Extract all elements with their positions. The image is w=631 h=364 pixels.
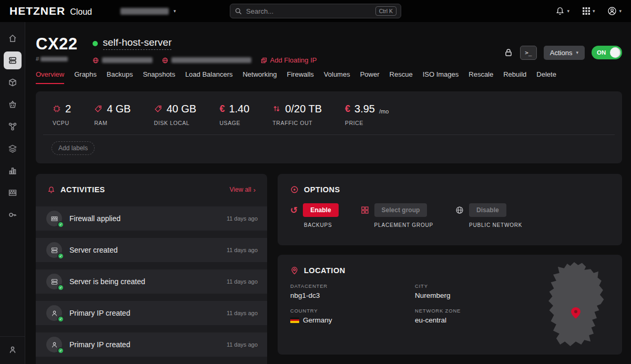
search-bar[interactable]: Ctrl K	[230, 4, 401, 18]
success-check-icon: ✓	[57, 316, 64, 323]
firewall-icon	[8, 188, 17, 197]
view-all-label: View all	[230, 186, 251, 193]
ip-row: Add Floating IP	[93, 56, 317, 64]
sidebar-item-marketplace[interactable]	[4, 96, 22, 113]
chevron-down-icon: ▾	[619, 9, 622, 14]
sidebar-item-home[interactable]	[4, 29, 22, 47]
disable-public-network-button[interactable]: Disable	[469, 203, 506, 217]
options-title: OPTIONS	[304, 185, 340, 194]
sidebar-bottom	[0, 336, 25, 364]
tab-firewalls[interactable]: Firewalls	[287, 70, 314, 84]
stat-vcpu: 2 VCPU	[53, 102, 71, 126]
stats-row: 2 VCPU 4 GB RAM 40 GB DISK LOCAL	[36, 91, 622, 134]
tab-iso-images[interactable]: ISO Images	[423, 70, 459, 84]
tab-snapshots[interactable]: Snapshots	[143, 70, 175, 84]
stat-value: 1.40	[229, 103, 249, 115]
chevron-down-icon: ▾	[576, 50, 578, 55]
activity-list: ✓ Firewall applied 11 days ago ✓ Server …	[36, 206, 267, 357]
activity-row[interactable]: ✓ Firewall applied 11 days ago	[36, 206, 267, 231]
sidebar-item-firewalls[interactable]	[4, 184, 22, 202]
stat-label: TRAFFIC OUT	[272, 120, 322, 126]
lock-button[interactable]	[504, 48, 513, 57]
labels-row: Add labels	[36, 135, 622, 163]
tab-rebuild[interactable]: Rebuild	[503, 70, 526, 84]
germany-map	[535, 259, 614, 349]
stat-ram: 4 GB RAM	[94, 102, 131, 126]
console-button[interactable]: >_	[520, 46, 537, 60]
server-type: CX22	[36, 35, 78, 54]
stat-usage: € 1.40 USAGE	[219, 102, 249, 126]
activity-time: 11 days ago	[227, 215, 258, 222]
actions-button-label: Actions	[550, 49, 573, 57]
sidebar-item-floating-ips[interactable]	[4, 162, 22, 180]
brand-suffix-text: Cloud	[70, 7, 92, 17]
field-label: DATACENTER	[290, 283, 415, 289]
topbar-right: ▾ ▾ ▾	[555, 6, 622, 16]
server-tabs: Overview Graphs Backups Snapshots Load B…	[25, 70, 631, 84]
sidebar-item-support[interactable]	[4, 341, 22, 359]
search-input[interactable]	[246, 7, 372, 15]
activity-text: Firewall applied	[69, 214, 227, 223]
stat-value: 3.95	[354, 103, 375, 115]
firewall-icon: ✓	[46, 211, 62, 226]
tab-graphs[interactable]: Graphs	[74, 70, 97, 84]
field-datacenter: DATACENTER nbg1-dc3	[290, 283, 415, 299]
sidebar	[0, 22, 25, 364]
activity-row[interactable]: ✓ Server created 11 days ago	[36, 238, 267, 262]
cpu-icon	[53, 105, 61, 113]
tab-power[interactable]: Power	[360, 70, 380, 84]
sidebar-item-load-balancers[interactable]	[4, 140, 22, 158]
germany-silhouette	[535, 259, 614, 349]
power-toggle[interactable]: ON	[592, 46, 622, 59]
notifications-menu[interactable]: ▾	[555, 6, 569, 16]
activity-row[interactable]: ✓ Primary IP created 11 days ago	[36, 301, 267, 325]
sidebar-item-volumes[interactable]	[4, 74, 22, 91]
sidebar-item-servers[interactable]	[4, 51, 22, 69]
hetzner-logo[interactable]: HETZNER Cloud	[9, 5, 92, 17]
brand-text: HETZNER	[9, 5, 65, 17]
account-menu[interactable]: ▾	[607, 6, 622, 16]
location-title: LOCATION	[304, 266, 345, 275]
stat-label: USAGE	[219, 120, 249, 126]
tab-rescale[interactable]: Rescale	[469, 70, 493, 84]
add-floating-ip-link[interactable]: Add Floating IP	[261, 56, 317, 64]
stat-value: 40 GB	[167, 103, 197, 115]
stat-value: 2	[65, 103, 71, 115]
field-value: Nuremberg	[415, 292, 515, 299]
tab-delete[interactable]: Delete	[536, 70, 556, 84]
tab-volumes[interactable]: Volumes	[324, 70, 350, 84]
stat-value: 0/20 TB	[285, 103, 322, 115]
project-selector[interactable]: ▾	[120, 8, 176, 15]
activity-time: 11 days ago	[227, 247, 258, 253]
view-all-link[interactable]: View all ›	[230, 186, 256, 193]
apps-menu[interactable]: ▾	[582, 7, 595, 15]
stat-label: VCPU	[53, 120, 71, 126]
enable-backups-button[interactable]: Enable	[303, 203, 338, 217]
sidebar-item-networks[interactable]	[4, 118, 22, 136]
redacted-project-name	[120, 8, 169, 15]
lower-section: ACTIVITIES View all › ✓ Firewall applied…	[36, 174, 622, 364]
activity-row[interactable]: ✓ Server is being created 11 days ago	[36, 269, 267, 294]
activities-card: ACTIVITIES View all › ✓ Firewall applied…	[36, 174, 267, 364]
activity-row[interactable]: ✓ Primary IP created 11 days ago	[36, 332, 267, 357]
tab-backups[interactable]: Backups	[107, 70, 133, 84]
tab-overview[interactable]: Overview	[36, 70, 64, 84]
sidebar-item-security[interactable]	[4, 206, 22, 224]
globe-icon	[455, 206, 464, 214]
ipv6-address[interactable]	[162, 57, 251, 64]
search-icon	[235, 7, 242, 15]
tab-networking[interactable]: Networking	[242, 70, 277, 84]
target-icon	[290, 185, 299, 194]
actions-button[interactable]: Actions ▾	[544, 46, 585, 60]
server-name-block: self-host-server Add Floating IP	[93, 35, 317, 66]
activity-time: 11 days ago	[227, 310, 258, 316]
select-group-button[interactable]: Select group	[374, 203, 428, 217]
layers-icon	[8, 144, 17, 153]
add-labels-button[interactable]: Add labels	[52, 141, 95, 155]
server-name[interactable]: self-host-server	[103, 37, 172, 50]
ipv4-address[interactable]	[93, 57, 152, 64]
field-value: Germany	[303, 316, 332, 324]
tab-load-balancers[interactable]: Load Balancers	[185, 70, 232, 84]
chevron-down-icon: ▾	[593, 9, 595, 14]
tab-rescue[interactable]: Rescue	[390, 70, 413, 84]
